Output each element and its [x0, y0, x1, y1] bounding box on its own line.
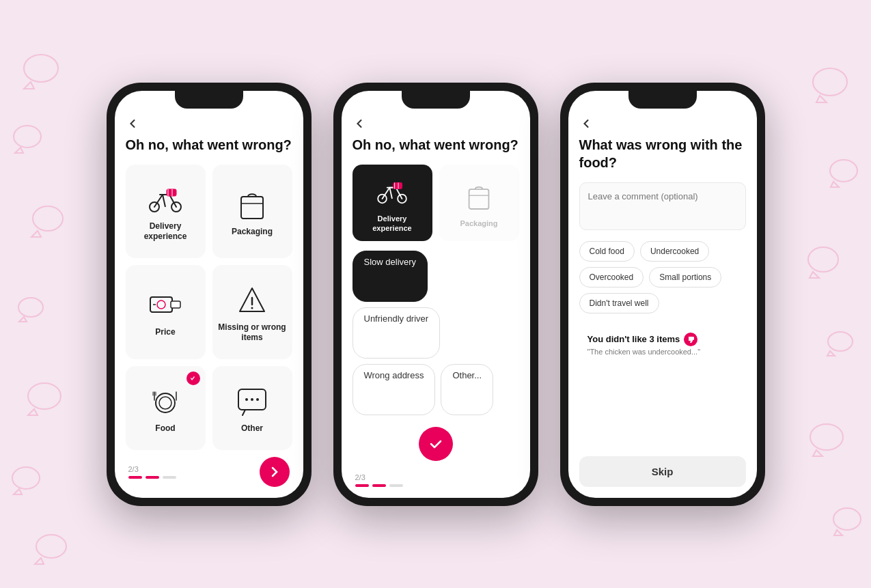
screen-3-title: What was wrong with the food? [579, 136, 746, 171]
info-title: You didn't like 3 items [587, 333, 738, 346]
bike-icon-2 [374, 176, 410, 208]
chip-wrong-address[interactable]: Wrong address [352, 364, 436, 415]
tag-travel[interactable]: Didn't travel well [579, 293, 659, 313]
screen-3-content: What was wrong with the food? Cold food … [568, 110, 757, 498]
dot-2-2 [372, 484, 386, 487]
card-missing[interactable]: Missing or wrong items [212, 265, 292, 359]
bag-icon [234, 188, 270, 221]
phone-1: Oh no, what went wrong? [107, 83, 312, 506]
dot-1-1 [128, 476, 142, 479]
svg-point-10 [828, 332, 853, 351]
chat-icon [234, 385, 270, 418]
next-button-1[interactable] [260, 457, 290, 487]
svg-rect-40 [693, 337, 694, 340]
card-delivery[interactable]: Delivery experience [126, 165, 206, 259]
warning-icon [234, 284, 270, 317]
card-delivery-label: Delivery experience [131, 221, 200, 242]
card-other-label: Other [241, 423, 263, 434]
phone-3: What was wrong with the food? Cold food … [560, 83, 765, 506]
category-grid: Delivery experience Packaging [126, 165, 292, 450]
option-cards-row: Delivery experience Packaging [352, 165, 519, 242]
comment-input[interactable] [579, 182, 746, 230]
svg-point-9 [808, 247, 838, 272]
svg-point-7 [813, 68, 847, 96]
info-box: You didn't like 3 items "The chicken was… [579, 324, 746, 364]
svg-point-4 [28, 383, 61, 409]
price-icon [148, 289, 183, 322]
phone-3-screen: What was wrong with the food? Cold food … [568, 91, 757, 498]
svg-point-25 [159, 397, 171, 409]
screen-1-title: Oh no, what went wrong? [126, 136, 292, 154]
notch-2 [402, 91, 470, 109]
option-packaging[interactable]: Packaging [439, 165, 519, 242]
svg-point-31 [245, 398, 248, 401]
tag-small-portions[interactable]: Small portions [649, 267, 721, 288]
back-button-3[interactable] [579, 110, 746, 136]
dot-1-3 [163, 476, 176, 479]
card-missing-label: Missing or wrong items [218, 322, 287, 344]
svg-point-2 [33, 206, 63, 231]
phones-container: Oh no, what went wrong? [107, 83, 765, 506]
thumbs-down-icon [684, 333, 697, 346]
option-delivery[interactable]: Delivery experience [352, 165, 432, 242]
chip-other[interactable]: Other... [441, 364, 493, 415]
card-food[interactable]: Food [126, 366, 206, 449]
food-icon [148, 385, 183, 418]
screen-1-content: Oh no, what went wrong? [115, 110, 303, 498]
svg-point-0 [24, 55, 58, 82]
svg-point-11 [810, 424, 843, 450]
dot-1-2 [146, 476, 159, 479]
svg-point-32 [251, 398, 253, 401]
svg-point-33 [256, 398, 259, 401]
bottom-bar-2: 2/3 [352, 466, 519, 487]
notch-1 [175, 91, 243, 109]
svg-point-12 [833, 508, 861, 530]
bag-icon-2 [461, 180, 497, 213]
card-price[interactable]: Price [126, 265, 206, 359]
bike-icon [148, 183, 183, 216]
phone-1-screen: Oh no, what went wrong? [115, 91, 303, 498]
dot-2-3 [389, 484, 403, 487]
center-fab-container [352, 416, 519, 466]
card-other[interactable]: Other [212, 366, 292, 449]
back-button-2[interactable] [352, 110, 519, 136]
tag-cold[interactable]: Cold food [579, 241, 635, 262]
svg-point-19 [157, 300, 165, 309]
page-indicator-1: 2/3 [128, 465, 176, 473]
svg-point-8 [830, 160, 857, 182]
svg-rect-16 [241, 197, 263, 219]
page-progress-1: 2/3 [128, 465, 176, 479]
screen-2-title: Oh no, what went wrong? [352, 136, 519, 154]
notch-3 [628, 91, 697, 109]
card-price-label: Price [155, 327, 175, 338]
info-title-text: You didn't like 3 items [587, 334, 680, 344]
skip-button[interactable]: Skip [579, 456, 746, 487]
chip-slow[interactable]: Slow delivery [352, 251, 428, 302]
svg-rect-20 [171, 301, 180, 308]
svg-rect-37 [469, 189, 489, 209]
phone-2: Oh no, what went wrong? [333, 83, 538, 506]
progress-dots-1 [128, 476, 176, 479]
card-packaging[interactable]: Packaging [212, 165, 292, 259]
phone-2-screen: Oh no, what went wrong? [342, 91, 530, 498]
dot-2-1 [355, 484, 369, 487]
svg-point-24 [156, 393, 175, 412]
option-delivery-label: Delivery experience [358, 214, 427, 234]
svg-point-1 [14, 126, 41, 148]
chips-container: Slow delivery Unfriendly driver Wrong ad… [352, 251, 519, 415]
screen-2-content: Oh no, what went wrong? [342, 110, 530, 498]
svg-point-5 [12, 467, 40, 489]
food-tags: Cold food Undercooked Overcooked Small p… [579, 241, 746, 313]
option-packaging-label: Packaging [460, 219, 497, 228]
confirm-button[interactable] [419, 427, 453, 461]
tag-undercooked[interactable]: Undercooked [640, 241, 709, 262]
svg-point-6 [36, 535, 66, 558]
back-button-1[interactable] [126, 110, 292, 136]
progress-dots-2 [355, 484, 403, 487]
food-badge [186, 372, 200, 385]
tag-overcooked[interactable]: Overcooked [579, 267, 644, 288]
bottom-bar-1: 2/3 [126, 450, 292, 487]
card-packaging-label: Packaging [232, 227, 273, 238]
chip-unfriendly[interactable]: Unfriendly driver [352, 307, 441, 359]
page-indicator-2: 2/3 [355, 473, 403, 481]
